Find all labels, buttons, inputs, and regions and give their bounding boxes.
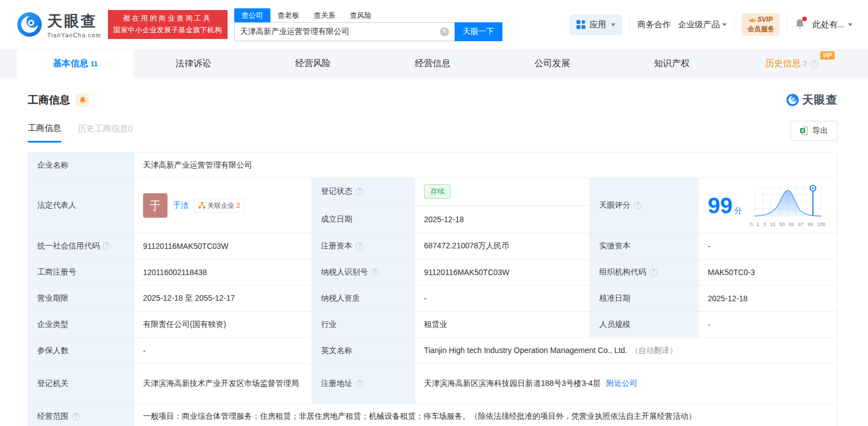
field-value-approval-date: 2025-12-18 bbox=[699, 286, 837, 312]
divider bbox=[734, 19, 734, 30]
field-label-reg-capital: 注册资本? bbox=[312, 233, 415, 259]
tab-count: 11 bbox=[91, 60, 98, 68]
field-value-company-type: 有限责任公司(国有独资) bbox=[134, 312, 312, 338]
field-label-paid-capital: 实缴资本 bbox=[590, 233, 699, 259]
grid-icon bbox=[576, 20, 585, 29]
field-value-score: 99分 bbox=[699, 178, 837, 233]
field-label-reg-number: 工商注册号 bbox=[28, 259, 134, 286]
tab-label: 知识产权 bbox=[654, 58, 690, 70]
field-label-approval-date: 核准日期 bbox=[590, 286, 699, 312]
svip-sublabel: 会员服务 bbox=[747, 25, 774, 34]
tab-label: 基本信息 bbox=[53, 58, 88, 70]
score-unit: 分 bbox=[734, 206, 742, 215]
field-value-reg-authority: 天津滨海高新技术产业开发区市场监督管理局 bbox=[134, 364, 312, 404]
tab-basic-info[interactable]: 基本信息 11 bbox=[17, 50, 134, 78]
field-label-insured-count: 参保人数 bbox=[28, 338, 134, 364]
field-value-legal-rep: 于 于浛 关联企业 2 bbox=[134, 178, 312, 233]
subtab-history-registration[interactable]: 历史工商信息0 bbox=[78, 124, 132, 141]
search-area: 查公司 查老板 查关系 查风险 ✕ 天眼一下 bbox=[234, 8, 502, 41]
tab-legal-lawsuits[interactable]: 法律诉讼 bbox=[134, 50, 253, 78]
tab-label: 经营信息 bbox=[415, 58, 451, 70]
nearby-companies-link[interactable]: 附近公司 bbox=[606, 379, 637, 388]
tab-company-development[interactable]: 公司发展 bbox=[492, 50, 612, 78]
excel-icon bbox=[800, 126, 808, 135]
chevron-down-icon bbox=[611, 23, 615, 26]
help-icon[interactable]: ? bbox=[356, 380, 363, 388]
table-row: 企业名称 天津高新产业运营管理有限公司 bbox=[28, 153, 837, 178]
field-value-reg-capital: 687472.210078万人民币 bbox=[415, 233, 590, 259]
tianyancha-watermark-icon bbox=[786, 94, 799, 106]
table-row: 营业期限 2025-12-18 至 2055-12-17 纳税人资质 - 核准日… bbox=[28, 286, 837, 312]
search-input[interactable] bbox=[240, 27, 440, 36]
field-value-taxpayer-id: 91120116MAK50TC03W bbox=[415, 259, 590, 286]
tab-business-risk[interactable]: 经营风险 bbox=[253, 50, 373, 78]
table-row: 统一社会信用代码? 91120116MAK50TC03W 注册资本? 68747… bbox=[28, 233, 837, 259]
logo-cn-text: 天眼查 bbox=[47, 11, 101, 31]
tab-business-info[interactable]: 经营信息 bbox=[373, 50, 492, 78]
export-button[interactable]: 导出 bbox=[791, 121, 837, 141]
field-value-establish-date: 2025-12-18 bbox=[415, 205, 590, 233]
subtab-business-registration[interactable]: 工商信息 bbox=[28, 123, 61, 143]
search-tab-company[interactable]: 查公司 bbox=[234, 8, 270, 22]
avatar[interactable]: 于 bbox=[143, 193, 167, 218]
help-icon[interactable]: ? bbox=[72, 413, 80, 420]
search-tab-risk[interactable]: 查风险 bbox=[343, 8, 379, 22]
field-label-business-scope: 经营范围? bbox=[28, 404, 134, 426]
related-companies-label: 关联企业 bbox=[208, 201, 234, 210]
field-label-org-code: 组织机构代码? bbox=[590, 259, 699, 286]
table-row: 经营范围? 一般项目：商业综合体管理服务；住房租赁；非居住房地产租赁；机械设备租… bbox=[28, 404, 837, 426]
field-label-reg-status: 登记状态? bbox=[312, 178, 415, 206]
field-label-legal-rep: 法定代表人 bbox=[28, 178, 134, 233]
org-chart-icon bbox=[199, 202, 205, 209]
subtab-history-label: 历史工商信息 bbox=[78, 124, 128, 133]
vip-badge: VIP bbox=[820, 51, 835, 60]
help-icon[interactable]: ? bbox=[356, 242, 363, 250]
search-tab-boss[interactable]: 查老板 bbox=[270, 8, 307, 22]
clear-search-icon[interactable]: ✕ bbox=[440, 27, 449, 36]
tab-label: 经营风险 bbox=[295, 58, 331, 70]
tianyancha-logo-icon bbox=[17, 12, 42, 37]
tab-intellectual-property[interactable]: 知识产权 bbox=[612, 50, 732, 78]
field-value-org-code: MAK50TC0-3 bbox=[699, 259, 837, 286]
field-label-taxpayer-id: 纳税人识别号? bbox=[312, 259, 415, 286]
related-companies-badge[interactable]: 关联企业 2 bbox=[194, 199, 245, 213]
table-row: 企业类型 有限责任公司(国有独资) 行业 租赁业 人员规模 - bbox=[28, 312, 837, 338]
nav-business-cooperation[interactable]: 商务合作 bbox=[637, 19, 670, 30]
notification-bell-icon[interactable] bbox=[795, 18, 805, 31]
search-box: ✕ bbox=[234, 22, 455, 41]
field-value-paid-capital: - bbox=[699, 233, 837, 259]
help-icon[interactable]: ? bbox=[634, 202, 642, 209]
legal-rep-link[interactable]: 于浛 bbox=[173, 200, 189, 210]
header-right: 应用 商务合作 企业级产品 SVIP 会员服务 bbox=[570, 13, 852, 36]
tab-history-info[interactable]: VIP 历史信息 7 ? bbox=[732, 50, 851, 78]
svip-member-badge[interactable]: SVIP 会员服务 bbox=[742, 13, 780, 36]
apps-menu[interactable]: 应用 bbox=[570, 14, 622, 35]
help-icon[interactable]: ? bbox=[356, 188, 363, 195]
help-icon[interactable]: ? bbox=[810, 60, 818, 68]
search-tab-relation[interactable]: 查关系 bbox=[307, 8, 343, 22]
field-label-company-name: 企业名称 bbox=[28, 153, 134, 178]
help-icon[interactable]: ? bbox=[103, 242, 111, 250]
status-badge: 存续 bbox=[424, 184, 451, 199]
user-menu[interactable]: 此处有... bbox=[812, 19, 852, 30]
field-label-score: 天眼评分? bbox=[590, 178, 699, 233]
tab-label: 法律诉讼 bbox=[176, 58, 211, 70]
nav-enterprise-products[interactable]: 企业级产品 bbox=[678, 19, 727, 30]
help-icon[interactable]: ? bbox=[649, 268, 657, 276]
tianyancha-logo[interactable]: 天眼查 TianYanCha.com bbox=[17, 11, 101, 38]
monitor-bell-icon[interactable] bbox=[76, 94, 89, 107]
search-button[interactable]: 天眼一下 bbox=[455, 22, 502, 41]
field-value-insured-count: - bbox=[134, 338, 312, 364]
help-icon[interactable]: ? bbox=[371, 268, 379, 276]
field-value-staff-size: - bbox=[699, 312, 837, 338]
svip-label: SVIP bbox=[757, 15, 772, 25]
score-distribution-chart: 0131550859799100 bbox=[749, 184, 827, 227]
watermark-text: 天眼查 bbox=[802, 92, 837, 107]
search-tabs: 查公司 查老板 查关系 查风险 bbox=[234, 8, 502, 22]
company-nav-tabs: 基本信息 11 法律诉讼 经营风险 经营信息 公司发展 知识产权 VIP 历史信… bbox=[0, 49, 868, 78]
promo-line2: 国家中小企业发展子基金旗下机构 bbox=[114, 25, 222, 36]
field-label-staff-size: 人员规模 bbox=[590, 312, 699, 338]
business-info-table: 企业名称 天津高新产业运营管理有限公司 法定代表人 于 于浛 bbox=[28, 152, 837, 426]
field-value-reg-number: 120116002118438 bbox=[134, 259, 312, 286]
field-value-company-name: 天津高新产业运营管理有限公司 bbox=[134, 153, 837, 178]
